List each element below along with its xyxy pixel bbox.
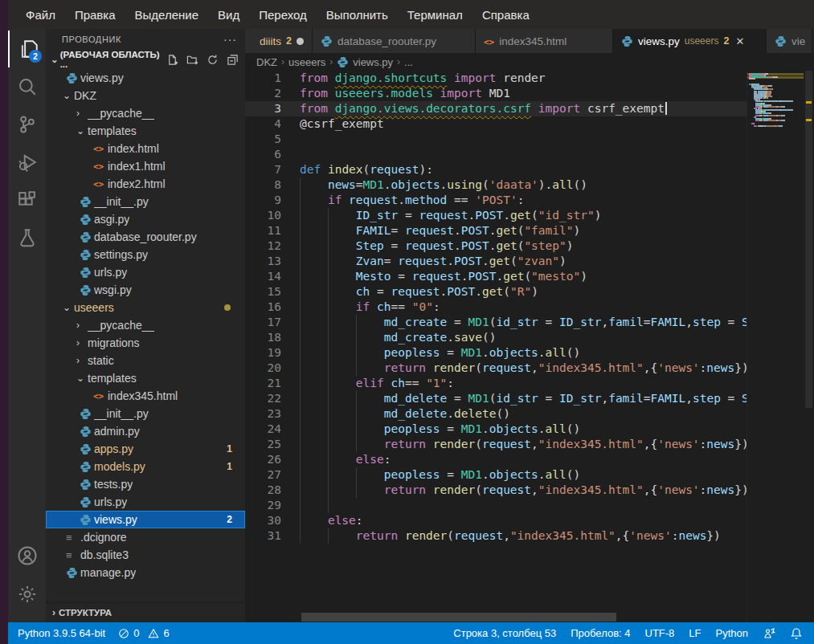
extensions-icon[interactable] xyxy=(8,181,46,218)
python-interpreter[interactable]: Python 3.9.5 64-bit xyxy=(18,627,105,639)
tree-file-index1-html[interactable]: <>index1.html xyxy=(46,157,245,175)
code-line-24[interactable]: 24peopless = MD1.objects.all() xyxy=(245,422,753,437)
code-line-23[interactable]: 23md_delete.delete() xyxy=(245,406,753,422)
tab-vie[interactable]: vie xyxy=(767,29,812,53)
tree-file-admin-py[interactable]: admin.py xyxy=(46,422,245,440)
tree-file--init-py[interactable]: __init__.py xyxy=(46,405,245,422)
tab-database-roouter-py[interactable]: database_roouter.py xyxy=(313,29,476,53)
account-icon[interactable] xyxy=(8,537,46,574)
tree-folder-templates[interactable]: ⌄templates xyxy=(46,369,245,387)
code-line-21[interactable]: 21elif ch== "1": xyxy=(245,376,753,391)
workspace-header[interactable]: ⌄ (РАБОЧАЯ ОБЛАСТЬ) ... xyxy=(46,50,245,69)
code-line-7[interactable]: 7def index(request): xyxy=(245,162,753,177)
code-line-11[interactable]: 11FAMIL= request.POST.get("famil") xyxy=(245,223,753,238)
code-line-28[interactable]: 28return render(request,"index345.html",… xyxy=(245,483,753,498)
indentation[interactable]: Пробелов: 4 xyxy=(571,627,630,639)
breadcrumb-item[interactable]: ... xyxy=(404,56,413,68)
eol-sequence[interactable]: LF xyxy=(689,627,701,639)
tree-file-database-roouter-py[interactable]: database_roouter.py xyxy=(46,228,245,246)
code-line-12[interactable]: 12Step = request.POST.get("step") xyxy=(245,238,753,254)
code-line-22[interactable]: 22md_delete = MD1(id_str = ID_str,famil=… xyxy=(245,391,753,406)
new-file-icon[interactable] xyxy=(166,54,178,66)
code-line-16[interactable]: 16if ch== "0": xyxy=(245,300,753,315)
menu-terminal[interactable]: Терминал xyxy=(399,5,471,25)
tree-file-models-py[interactable]: models.py1 xyxy=(46,458,245,475)
code-line-13[interactable]: 13Zvan= request.POST.get("zvan") xyxy=(245,254,753,269)
code-line-6[interactable]: 6 xyxy=(245,147,753,162)
breadcrumb-item[interactable]: views.py xyxy=(353,56,393,68)
tab-diiits[interactable]: diiits2 xyxy=(245,29,313,53)
tab-index345-html[interactable]: <>index345.html xyxy=(476,29,613,53)
breadcrumb-item[interactable]: DKZ xyxy=(256,56,277,68)
tree-file-views-py[interactable]: views.py2 xyxy=(46,511,245,528)
new-folder-icon[interactable] xyxy=(186,54,198,66)
vertical-scrollbar[interactable] xyxy=(804,71,814,622)
code-line-3[interactable]: 3from django.views.decorators.csrf impor… xyxy=(245,101,753,116)
code-line-30[interactable]: 30else: xyxy=(245,513,753,528)
search-icon[interactable] xyxy=(8,68,46,105)
menu-view[interactable]: Вид xyxy=(210,5,247,25)
tree-file-views-py[interactable]: views.py xyxy=(46,69,245,87)
breadcrumb[interactable]: DKZ›useeers›views.py›... xyxy=(245,53,814,71)
notifications[interactable] xyxy=(790,627,803,640)
tree-folder-useeers[interactable]: ⌄useeers xyxy=(46,299,245,316)
code-line-27[interactable]: 27peopless = MD1.objects.all() xyxy=(245,467,753,483)
tab-views-py[interactable]: views.pyuseeers2✕ xyxy=(613,29,767,53)
tree-folder--pycache-[interactable]: ›__pycache__ xyxy=(46,104,245,122)
code-line-17[interactable]: 17md_create = MD1(id_str = ID_str,famil=… xyxy=(245,315,753,330)
code-line-2[interactable]: 2from useeers.models import MD1 xyxy=(245,86,753,101)
tree-file-apps-py[interactable]: apps.py1 xyxy=(46,440,245,458)
code-line-5[interactable]: 5 xyxy=(245,132,753,147)
language-mode[interactable]: Python xyxy=(716,627,748,639)
vertical-scrollbar-slider[interactable] xyxy=(805,71,812,408)
refresh-icon[interactable] xyxy=(207,54,219,66)
close-icon[interactable]: ✕ xyxy=(735,35,744,47)
explorer-icon[interactable]: 2 xyxy=(8,31,47,67)
code-line-20[interactable]: 20return render(request,"index345.html",… xyxy=(245,361,753,376)
code-line-1[interactable]: 1from django.shortcuts import render xyxy=(245,71,753,86)
tree-file-settings-py[interactable]: settings.py xyxy=(46,246,245,263)
code-line-8[interactable]: 8news=MD1.objects.using('daata').all() xyxy=(245,177,753,193)
tree-folder-migrations[interactable]: ›migrations xyxy=(46,334,245,352)
tree-file-index2-html[interactable]: <>index2.html xyxy=(46,175,245,193)
code-line-9[interactable]: 9if request.method == 'POST': xyxy=(245,193,753,208)
minimap[interactable] xyxy=(747,71,804,625)
code-line-15[interactable]: 15ch = request.POST.get("R") xyxy=(245,284,753,300)
breadcrumb-item[interactable]: useeers xyxy=(288,56,325,68)
code-line-19[interactable]: 19peopless = MD1.objects.all() xyxy=(245,345,753,361)
tree-file--dcignore[interactable]: ≡.dcignore xyxy=(46,528,245,546)
menu-selection[interactable]: Выделение xyxy=(127,5,207,25)
horizontal-scrollbar[interactable] xyxy=(301,613,616,622)
sidebar-more-actions[interactable]: ··· xyxy=(223,33,237,46)
code-line-25[interactable]: 25return render(request,"index345.html",… xyxy=(245,437,753,452)
encoding[interactable]: UTF-8 xyxy=(645,627,675,639)
code-line-10[interactable]: 10ID_str = request.POST.get("id_str") xyxy=(245,208,753,223)
feedback[interactable] xyxy=(763,627,775,640)
tree-file-asgi-py[interactable]: asgi.py xyxy=(46,210,245,228)
testing-icon[interactable] xyxy=(8,219,46,256)
menu-run[interactable]: Выполнить xyxy=(318,5,396,25)
run-debug-icon[interactable] xyxy=(8,144,46,181)
settings-gear-icon[interactable] xyxy=(8,576,46,613)
tree-file-urls-py[interactable]: urls.py xyxy=(46,263,245,281)
tree-folder-templates[interactable]: ⌄templates xyxy=(46,122,245,140)
code-line-29[interactable]: 29 xyxy=(245,498,753,513)
tree-file-index345-html[interactable]: <>index345.html xyxy=(46,387,245,405)
outline-section-header[interactable]: › СТРУКТУРА xyxy=(46,602,245,622)
collapse-all-icon[interactable] xyxy=(227,54,239,66)
tree-file-urls-py[interactable]: urls.py xyxy=(46,493,245,511)
code-line-26[interactable]: 26else: xyxy=(245,452,753,467)
tree-folder--pycache-[interactable]: ›__pycache__ xyxy=(46,316,245,334)
tree-file-db-sqlite3[interactable]: ≡db.sqlite3 xyxy=(46,546,245,564)
code-line-4[interactable]: 4@csrf_exempt xyxy=(245,116,753,132)
code-editor[interactable]: 1from django.shortcuts import render2fro… xyxy=(245,71,753,622)
problems-indicator[interactable]: 06 xyxy=(118,627,169,639)
tree-file--init-py[interactable]: __init__.py xyxy=(46,193,245,210)
source-control-icon[interactable] xyxy=(8,106,46,143)
code-line-31[interactable]: 31return render(request,"index345.html",… xyxy=(245,528,753,544)
code-line-18[interactable]: 18md_create.save() xyxy=(245,330,753,345)
tree-folder-dkz[interactable]: ⌄DKZ xyxy=(46,87,245,104)
cursor-position[interactable]: Строка 3, столбец 53 xyxy=(453,627,556,639)
menu-help[interactable]: Справка xyxy=(474,5,538,25)
tree-file-wsgi-py[interactable]: wsgi.py xyxy=(46,281,245,299)
